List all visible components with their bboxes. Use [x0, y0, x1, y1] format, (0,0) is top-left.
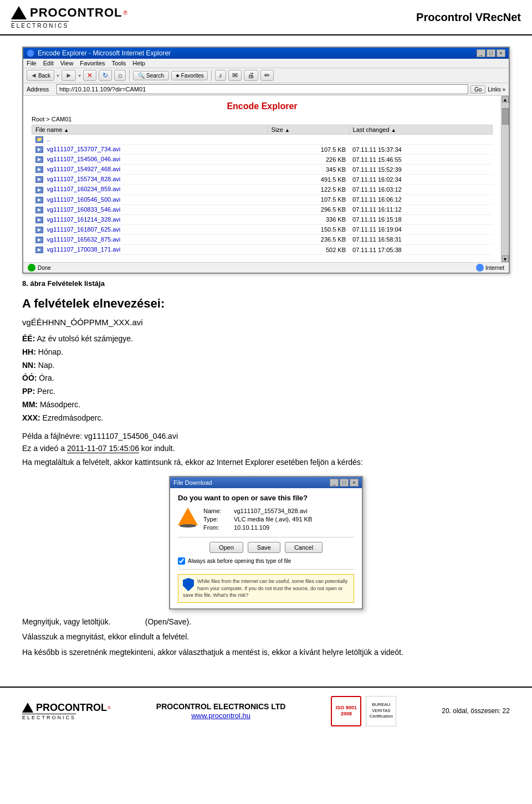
table-row[interactable]: ▶ vg111107_153707_734.avi 107.5 KB 07.11… [32, 145, 493, 155]
browser-window-controls[interactable]: _ □ × [477, 49, 505, 57]
menu-favorites[interactable]: Favorites [80, 60, 105, 66]
back-button[interactable]: ◄ Back [27, 70, 54, 81]
forward-button[interactable]: ► [62, 70, 76, 81]
back-dropdown-icon[interactable]: ▾ [57, 73, 59, 79]
table-row[interactable]: ▶ vg111107_160833_546.avi 296.5 KB 07.11… [32, 204, 493, 214]
ie-browser-icon [27, 49, 34, 57]
footer-website-link[interactable]: www.procontrol.hu [191, 711, 250, 720]
menu-file[interactable]: File [27, 60, 37, 66]
table-row[interactable]: ▶ vg111107_154506_046.avi 226 KB 07.11.1… [32, 155, 493, 165]
dialog-minimize-button[interactable]: _ [330, 479, 339, 487]
menu-edit[interactable]: Edit [43, 60, 54, 66]
browser-statusbar: Done Internet [23, 262, 509, 273]
media-button[interactable]: ♪ [215, 70, 226, 81]
file-link[interactable]: vg111107_160833_546.avi [47, 206, 121, 213]
size-cell: 122.5 KB [268, 185, 349, 194]
status-text: Done [38, 265, 51, 271]
vlc-cone-shape [178, 508, 198, 525]
menu-help[interactable]: Help [132, 60, 145, 66]
search-icon: 🔍 [138, 73, 145, 79]
edit-page-button[interactable]: ✏ [260, 70, 274, 81]
table-row[interactable]: ▶ vg111107_170038_171.avi 502 KB 07.11.1… [32, 245, 493, 255]
minimize-button[interactable]: _ [477, 49, 485, 57]
browser-title-text: Encode Explorer - Microsoft Internet Exp… [38, 49, 171, 57]
size-cell: 236.5 KB [268, 234, 349, 244]
logo-registered: ® [123, 10, 127, 16]
zone-text: Internet [485, 265, 504, 271]
sort-size-icon[interactable]: ▲ [285, 127, 290, 133]
parent-dir-link[interactable]: 📁 .. [32, 135, 493, 145]
favorites-button[interactable]: ★ Favorites [171, 71, 208, 80]
date-cell: 07.11.11 16:03:12 [349, 185, 492, 194]
sort-filename-icon[interactable]: ▲ [64, 127, 69, 133]
table-row[interactable]: ▶ vg111107_160234_859.avi 122.5 KB 07.11… [32, 185, 493, 194]
go-button[interactable]: Go [470, 85, 485, 94]
scroll-up-button[interactable]: ▲ [502, 96, 509, 103]
file-link[interactable]: vg111107_160234_859.avi [47, 186, 121, 192]
dialog-maximize-button[interactable]: □ [340, 479, 349, 487]
shield-security-icon [183, 578, 194, 591]
close-button[interactable]: × [497, 49, 505, 57]
file-link[interactable]: vg111107_161807_625.avi [47, 226, 121, 233]
file-link[interactable]: vg111107_160546_500.avi [47, 196, 121, 203]
dialog-close-button[interactable]: × [350, 479, 359, 487]
menu-tools[interactable]: Tools [112, 60, 126, 66]
instruction2-suffix: (Open/Save). [145, 617, 191, 626]
table-row[interactable]: ▶ vg111107_154927_468.avi 345 KB 07.11.1… [32, 165, 493, 175]
maximize-button[interactable]: □ [487, 49, 495, 57]
table-row[interactable]: ▶ vg111107_155734_828.avi 491.5 KB 07.11… [32, 175, 493, 185]
list-item: MM: Másodperc. [22, 398, 510, 412]
file-link[interactable]: vg111107_153707_734.avi [47, 146, 121, 152]
links-button[interactable]: Links » [488, 86, 505, 93]
file-link[interactable]: vg111107_155734_828.avi [47, 176, 121, 182]
search-button[interactable]: 🔍 Search [133, 71, 168, 80]
size-cell: 107.5 KB [268, 145, 349, 155]
print-button[interactable]: 🖨 [244, 70, 258, 81]
zone-icon [476, 264, 484, 272]
file-cell: ▶ vg111107_154927_468.avi [32, 165, 268, 175]
media-icon: ♪ [219, 71, 222, 79]
stop-button[interactable]: ✕ [83, 70, 96, 81]
example-filename: vg111107_154506_046.avi [84, 432, 178, 441]
cancel-button[interactable]: Cancel [285, 542, 323, 553]
file-link[interactable]: vg111107_154927_468.avi [47, 166, 121, 172]
forward-dropdown-icon[interactable]: ▾ [78, 73, 81, 79]
file-cell: ▶ vg111107_153707_734.avi [32, 145, 268, 155]
logo-triangle-icon [11, 6, 27, 19]
table-row[interactable]: ▶ vg111107_161807_625.avi 150.5 KB 07.11… [32, 224, 493, 234]
dialog-content: Do you want to open or save this file? N… [170, 488, 362, 608]
sort-date-icon[interactable]: ▲ [391, 127, 396, 133]
refresh-button[interactable]: ↻ [99, 70, 112, 81]
table-row[interactable]: ▶ vg111107_165632_875.avi 236.5 KB 07.11… [32, 234, 493, 244]
table-row[interactable]: ▶ vg111107_160546_500.avi 107.5 KB 07.11… [32, 194, 493, 204]
address-input[interactable] [57, 84, 468, 94]
mail-button[interactable]: ✉ [228, 70, 242, 81]
dialog-titlebar: File Download _ □ × [170, 477, 362, 488]
scroll-down-button[interactable]: ▼ [502, 255, 509, 262]
scroll-track[interactable] [502, 103, 509, 255]
example-suffix: kor indult. [139, 444, 175, 453]
open-button[interactable]: Open [209, 542, 243, 553]
save-button[interactable]: Save [248, 542, 280, 553]
table-row[interactable]: ▶ vg111107_161214_328.avi 336 KB 07.11.1… [32, 214, 493, 224]
dialog-separator [178, 537, 354, 537]
file-link[interactable]: vg111107_170038_171.avi [47, 246, 121, 253]
parent-dir-anchor[interactable]: .. [47, 136, 50, 142]
footer-logo-row: PROCONTROL ® [22, 702, 111, 714]
file-video-icon: ▶ [35, 176, 43, 183]
menu-view[interactable]: View [60, 60, 74, 66]
table-row-parent[interactable]: 📁 .. [32, 135, 493, 145]
always-ask-checkbox[interactable] [178, 557, 185, 565]
scroll-thumb[interactable] [502, 108, 509, 125]
file-link[interactable]: vg111107_165632_875.avi [47, 236, 121, 243]
internet-zone: Internet [476, 264, 504, 272]
file-link[interactable]: vg111107_161214_328.avi [47, 216, 121, 223]
date-cell: 07.11.11 16:15:18 [349, 214, 492, 224]
date-cell: 07.11.11 16:02:34 [349, 175, 492, 185]
dialog-controls[interactable]: _ □ × [330, 479, 359, 487]
file-link[interactable]: vg111107_154506_046.avi [47, 156, 121, 162]
example-datetime-link[interactable]: 2011-11-07 15:45:06 [67, 444, 139, 453]
home-button[interactable]: ⌂ [114, 70, 126, 81]
scrollbar[interactable]: ▲ ▼ [501, 96, 509, 262]
file-table: File name ▲ Size ▲ Last changed ▲ [32, 125, 493, 255]
